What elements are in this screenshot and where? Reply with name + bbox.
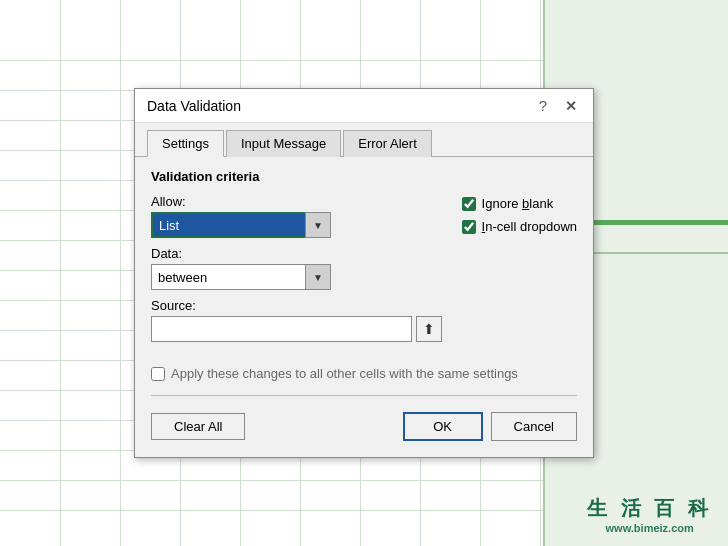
allow-label: Allow: (151, 194, 442, 209)
data-group: Data: between not between equal to not e… (151, 246, 442, 290)
tab-bar: Settings Input Message Error Alert (135, 123, 593, 157)
ignore-blank-label: Ignore blank (482, 196, 554, 211)
clear-all-button[interactable]: Clear All (151, 413, 245, 440)
data-select[interactable]: between not between equal to not equal t… (151, 264, 331, 290)
ignore-blank-row: Ignore blank (462, 196, 577, 211)
data-label: Data: (151, 246, 442, 261)
title-controls: ? ✕ (533, 97, 581, 114)
watermark: 生 活 百 科 www.bimeiz.com (587, 495, 712, 534)
close-button[interactable]: ✕ (561, 98, 581, 114)
in-cell-dropdown-label: In-cell dropdown (482, 219, 577, 234)
apply-row: Apply these changes to all other cells w… (151, 366, 577, 381)
form-left: Allow: List Any value Whole number Decim… (151, 194, 442, 350)
watermark-url: www.bimeiz.com (587, 522, 712, 534)
ignore-blank-checkbox[interactable] (462, 197, 476, 211)
title-bar: Data Validation ? ✕ (135, 89, 593, 123)
divider (151, 395, 577, 396)
tab-error-alert[interactable]: Error Alert (343, 130, 432, 157)
data-validation-dialog: Data Validation ? ✕ Settings Input Messa… (134, 88, 594, 458)
source-label: Source: (151, 298, 442, 313)
ok-button[interactable]: OK (403, 412, 483, 441)
ignore-blank-underline: b (522, 196, 529, 211)
in-cell-underline: I (482, 219, 486, 234)
tab-settings[interactable]: Settings (147, 130, 224, 157)
dialog-title: Data Validation (147, 98, 241, 114)
allow-group: Allow: List Any value Whole number Decim… (151, 194, 442, 238)
apply-all-label: Apply these changes to all other cells w… (171, 366, 518, 381)
data-select-wrapper: between not between equal to not equal t… (151, 264, 331, 290)
in-cell-dropdown-row: In-cell dropdown (462, 219, 577, 234)
help-button[interactable]: ? (533, 97, 553, 114)
apply-all-checkbox[interactable] (151, 367, 165, 381)
source-input[interactable] (151, 316, 412, 342)
button-row: Clear All OK Cancel (151, 404, 577, 445)
dialog-body: Validation criteria Allow: List Any valu… (135, 157, 593, 457)
in-cell-dropdown-checkbox[interactable] (462, 220, 476, 234)
cancel-button[interactable]: Cancel (491, 412, 577, 441)
source-group: Source: ⬆ (151, 298, 442, 342)
tab-input-message[interactable]: Input Message (226, 130, 341, 157)
allow-select-wrapper: List Any value Whole number Decimal Date… (151, 212, 331, 238)
source-row: ⬆ (151, 316, 442, 342)
allow-select[interactable]: List Any value Whole number Decimal Date… (151, 212, 331, 238)
upload-icon: ⬆ (423, 321, 435, 337)
source-collapse-button[interactable]: ⬆ (416, 316, 442, 342)
validation-criteria-title: Validation criteria (151, 169, 577, 184)
ok-cancel-buttons: OK Cancel (403, 412, 577, 441)
allow-row: Allow: List Any value Whole number Decim… (151, 194, 577, 350)
watermark-chinese: 生 活 百 科 (587, 495, 712, 522)
form-right: Ignore blank In-cell dropdown (462, 194, 577, 238)
